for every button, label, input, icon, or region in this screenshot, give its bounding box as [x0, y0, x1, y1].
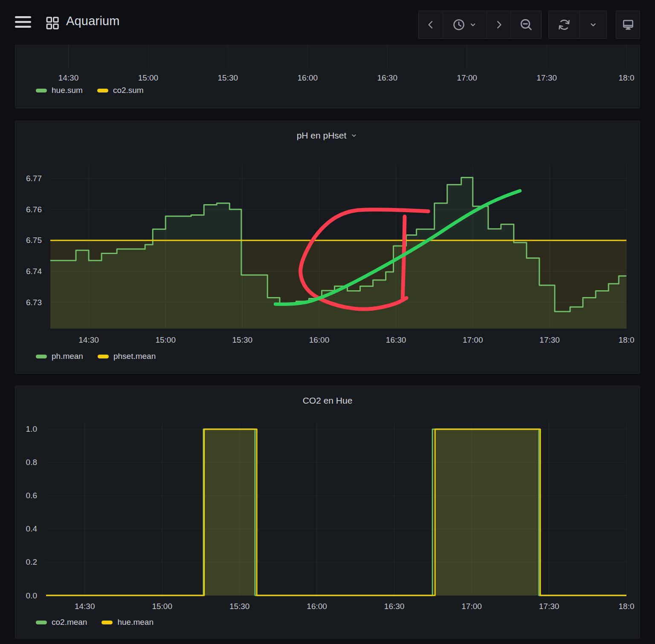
- y-tick-label: 1.0: [26, 425, 37, 433]
- x-tick-label: 14:30: [75, 602, 95, 611]
- x-tick-label: 18:0: [619, 335, 635, 344]
- time-range-controls: [418, 11, 542, 39]
- monitor-icon: [621, 18, 635, 32]
- dashboards-breadcrumb-button[interactable]: [44, 15, 61, 32]
- x-tick-label: 15:00: [155, 335, 176, 344]
- x-tick-label: 17:00: [457, 73, 477, 82]
- time-picker-button[interactable]: [443, 11, 487, 38]
- clock-icon: [452, 18, 466, 32]
- y-tick-label: 6.76: [26, 205, 42, 214]
- legend-label: hue.sum: [52, 86, 83, 95]
- panel-hue-co2-sum: 14:3015:0015:3016:0016:3017:0017:3018:0 …: [15, 45, 640, 108]
- chevron-left-icon: [424, 18, 437, 31]
- x-tick-label: 17:30: [536, 73, 557, 82]
- axis-labels: 14:3015:0015:3016:0016:3017:0017:3018:01…: [26, 425, 635, 611]
- refresh-interval-button[interactable]: [580, 11, 606, 38]
- hamburger-icon: [15, 16, 32, 29]
- y-tick-label: 6.75: [26, 236, 42, 245]
- x-tick-label: 16:30: [386, 335, 406, 344]
- legend-swatch: [36, 621, 47, 624]
- zoom-out-button[interactable]: [510, 11, 541, 38]
- legend-label: co2.sum: [113, 86, 144, 95]
- refresh-button[interactable]: [549, 11, 580, 38]
- chevron-down-icon: [468, 20, 478, 29]
- magnifier-minus-icon: [519, 17, 533, 32]
- co2-legend: co2.meanhue.mean: [36, 618, 154, 627]
- legend-swatch: [36, 355, 47, 358]
- axis-labels: 14:3015:0015:3016:0016:3017:0017:3018:0: [58, 73, 635, 82]
- legend-label: hue.mean: [117, 618, 154, 627]
- legend-swatch: [36, 89, 47, 92]
- kiosk-mode-button[interactable]: [616, 11, 640, 38]
- kiosk-controls: [616, 11, 640, 39]
- y-tick-label: 0.4: [26, 524, 38, 533]
- panel-co2-en-hue: CO2 en Hue 14:3015:0015:3016:0016:3017:0…: [15, 386, 640, 638]
- y-tick-label: 0.8: [26, 458, 37, 467]
- refresh-icon: [557, 18, 571, 32]
- y-tick-label: 6.74: [26, 267, 42, 276]
- dashboard-title[interactable]: Aquarium: [66, 14, 120, 28]
- chevron-down-icon: [588, 20, 598, 30]
- x-tick-label: 15:30: [218, 73, 238, 82]
- legend-item-phset.mean[interactable]: phset.mean: [98, 352, 156, 361]
- legend-swatch: [101, 621, 113, 624]
- legend-item-ph.mean[interactable]: ph.mean: [36, 352, 83, 361]
- y-tick-label: 0.2: [26, 557, 37, 566]
- y-tick-label: 6.77: [26, 174, 42, 183]
- time-shift-forward-button[interactable]: [487, 11, 510, 38]
- sum-chart: 14:3015:0015:3016:0016:3017:0017:3018:0: [15, 45, 640, 108]
- top-bar: Aquarium: [0, 0, 655, 45]
- legend-label: ph.mean: [52, 352, 83, 361]
- x-tick-label: 16:30: [377, 73, 397, 82]
- x-tick-label: 17:30: [539, 602, 559, 611]
- legend-item-co2.sum[interactable]: co2.sum: [97, 86, 144, 95]
- ph-legend: ph.meanphset.mean: [36, 352, 156, 361]
- chevron-right-icon: [493, 18, 505, 31]
- refresh-controls: [548, 11, 607, 39]
- menu-button[interactable]: [14, 16, 33, 29]
- y-tick-label: 0.0: [26, 591, 37, 600]
- x-tick-label: 18:0: [619, 602, 635, 611]
- co2-chart: 14:3015:0015:3016:0016:3017:0017:3018:01…: [15, 386, 640, 638]
- apps-grid-icon: [45, 15, 60, 32]
- x-tick-label: 18:0: [619, 73, 635, 82]
- x-tick-label: 17:30: [539, 335, 560, 344]
- legend-item-co2.mean[interactable]: co2.mean: [36, 618, 87, 627]
- gridlines: [68, 45, 626, 68]
- x-tick-label: 16:00: [307, 602, 327, 611]
- x-tick-label: 16:00: [309, 335, 330, 344]
- legend-item-hue.sum[interactable]: hue.sum: [36, 86, 83, 95]
- x-tick-label: 16:00: [297, 73, 318, 82]
- legend-swatch: [97, 89, 108, 92]
- hand-drawn-red-line: [403, 217, 405, 299]
- y-tick-label: 0.6: [26, 491, 37, 500]
- x-tick-label: 15:00: [152, 602, 172, 611]
- legend-label: phset.mean: [113, 352, 156, 361]
- x-tick-label: 15:30: [232, 335, 253, 344]
- time-shift-back-button[interactable]: [419, 11, 443, 38]
- x-tick-label: 17:00: [463, 335, 483, 344]
- x-tick-label: 15:30: [229, 602, 250, 611]
- series-fill-phset.mean: [50, 240, 626, 329]
- legend-item-hue.mean[interactable]: hue.mean: [101, 618, 154, 627]
- series: [46, 429, 626, 595]
- y-tick-label: 6.73: [26, 298, 42, 307]
- legend-label: co2.mean: [52, 618, 87, 627]
- x-tick-label: 15:00: [138, 73, 159, 82]
- series-line-co2.mean: [46, 429, 626, 595]
- sum-legend: hue.sumco2.sum: [36, 86, 144, 95]
- x-tick-label: 14:30: [58, 73, 79, 82]
- x-tick-label: 14:30: [78, 335, 99, 344]
- x-tick-label: 16:30: [384, 602, 405, 611]
- ph-chart: 14:3015:0015:3016:0016:3017:0017:3018:06…: [15, 121, 640, 373]
- x-tick-label: 17:00: [461, 602, 482, 611]
- panel-ph-en-phset: pH en pHset 14:3015:0015:3016:0016:3017:…: [15, 121, 640, 374]
- legend-swatch: [98, 355, 109, 358]
